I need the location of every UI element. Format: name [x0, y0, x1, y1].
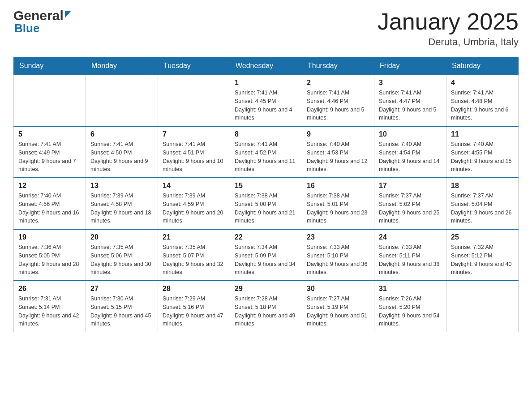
- calendar-cell: 6Sunrise: 7:41 AM Sunset: 4:50 PM Daylig…: [86, 126, 158, 178]
- day-info: Sunrise: 7:40 AM Sunset: 4:54 PM Dayligh…: [379, 140, 442, 174]
- calendar-cell: 31Sunrise: 7:26 AM Sunset: 5:20 PM Dayli…: [374, 281, 446, 332]
- day-number: 15: [235, 182, 297, 190]
- day-info: Sunrise: 7:40 AM Sunset: 4:56 PM Dayligh…: [18, 192, 81, 225]
- day-info: Sunrise: 7:37 AM Sunset: 5:02 PM Dayligh…: [379, 192, 442, 225]
- day-info: Sunrise: 7:38 AM Sunset: 5:01 PM Dayligh…: [307, 192, 369, 225]
- page-header: General Blue January 2025 Deruta, Umbria…: [13, 9, 519, 48]
- day-number: 6: [90, 130, 153, 138]
- calendar-cell: 13Sunrise: 7:39 AM Sunset: 4:58 PM Dayli…: [86, 178, 158, 229]
- day-number: 16: [307, 182, 369, 190]
- day-info: Sunrise: 7:34 AM Sunset: 5:09 PM Dayligh…: [235, 243, 297, 277]
- day-number: 26: [18, 285, 81, 293]
- day-info: Sunrise: 7:41 AM Sunset: 4:51 PM Dayligh…: [163, 140, 225, 174]
- calendar-table: SundayMondayTuesdayWednesdayThursdayFrid…: [13, 57, 519, 332]
- calendar-week-row-4: 19Sunrise: 7:36 AM Sunset: 5:05 PM Dayli…: [14, 229, 519, 281]
- day-info: Sunrise: 7:41 AM Sunset: 4:50 PM Dayligh…: [90, 140, 153, 174]
- day-number: 12: [18, 182, 81, 190]
- day-info: Sunrise: 7:39 AM Sunset: 4:58 PM Dayligh…: [90, 192, 153, 225]
- calendar-cell: 23Sunrise: 7:33 AM Sunset: 5:10 PM Dayli…: [302, 229, 374, 281]
- weekday-header-friday: Friday: [374, 57, 446, 75]
- day-number: 8: [235, 130, 297, 138]
- day-info: Sunrise: 7:38 AM Sunset: 5:00 PM Dayligh…: [235, 192, 297, 225]
- weekday-header-sunday: Sunday: [14, 57, 86, 75]
- calendar-cell: 25Sunrise: 7:32 AM Sunset: 5:12 PM Dayli…: [446, 229, 519, 281]
- weekday-header-monday: Monday: [86, 57, 158, 75]
- calendar-cell: [14, 75, 86, 126]
- calendar-cell: 24Sunrise: 7:33 AM Sunset: 5:11 PM Dayli…: [374, 229, 446, 281]
- day-number: 29: [235, 285, 297, 293]
- calendar-week-row-5: 26Sunrise: 7:31 AM Sunset: 5:14 PM Dayli…: [14, 281, 519, 332]
- day-info: Sunrise: 7:35 AM Sunset: 5:07 PM Dayligh…: [163, 243, 225, 277]
- day-info: Sunrise: 7:27 AM Sunset: 5:19 PM Dayligh…: [307, 295, 369, 328]
- day-info: Sunrise: 7:37 AM Sunset: 5:04 PM Dayligh…: [451, 192, 514, 225]
- month-title: January 2025: [378, 9, 519, 34]
- weekday-header-row: SundayMondayTuesdayWednesdayThursdayFrid…: [14, 57, 519, 75]
- day-number: 3: [379, 79, 442, 87]
- day-info: Sunrise: 7:41 AM Sunset: 4:45 PM Dayligh…: [235, 89, 297, 122]
- calendar-week-row-1: 1Sunrise: 7:41 AM Sunset: 4:45 PM Daylig…: [14, 75, 519, 126]
- day-number: 14: [163, 182, 225, 190]
- title-area: January 2025 Deruta, Umbria, Italy: [378, 9, 519, 48]
- calendar-cell: [86, 75, 158, 126]
- day-number: 23: [307, 233, 369, 241]
- weekday-header-thursday: Thursday: [302, 57, 374, 75]
- weekday-header-saturday: Saturday: [446, 57, 519, 75]
- day-info: Sunrise: 7:41 AM Sunset: 4:46 PM Dayligh…: [307, 89, 369, 122]
- calendar-week-row-2: 5Sunrise: 7:41 AM Sunset: 4:49 PM Daylig…: [14, 126, 519, 178]
- calendar-cell: 8Sunrise: 7:41 AM Sunset: 4:52 PM Daylig…: [230, 126, 302, 178]
- calendar-cell: 11Sunrise: 7:40 AM Sunset: 4:55 PM Dayli…: [446, 126, 519, 178]
- calendar-cell: 16Sunrise: 7:38 AM Sunset: 5:01 PM Dayli…: [302, 178, 374, 229]
- day-number: 4: [451, 79, 514, 87]
- day-number: 9: [307, 130, 369, 138]
- day-info: Sunrise: 7:36 AM Sunset: 5:05 PM Dayligh…: [18, 243, 81, 277]
- location-subtitle: Deruta, Umbria, Italy: [378, 36, 519, 48]
- day-info: Sunrise: 7:26 AM Sunset: 5:20 PM Dayligh…: [379, 295, 442, 328]
- calendar-cell: 30Sunrise: 7:27 AM Sunset: 5:19 PM Dayli…: [302, 281, 374, 332]
- calendar-cell: 2Sunrise: 7:41 AM Sunset: 4:46 PM Daylig…: [302, 75, 374, 126]
- day-number: 19: [18, 233, 81, 241]
- weekday-header-tuesday: Tuesday: [158, 57, 230, 75]
- day-number: 11: [451, 130, 514, 138]
- day-number: 17: [379, 182, 442, 190]
- day-number: 10: [379, 130, 442, 138]
- day-number: 28: [163, 285, 225, 293]
- calendar-cell: 3Sunrise: 7:41 AM Sunset: 4:47 PM Daylig…: [374, 75, 446, 126]
- day-number: 18: [451, 182, 514, 190]
- day-number: 13: [90, 182, 153, 190]
- calendar-cell: 19Sunrise: 7:36 AM Sunset: 5:05 PM Dayli…: [14, 229, 86, 281]
- day-info: Sunrise: 7:39 AM Sunset: 4:59 PM Dayligh…: [163, 192, 225, 225]
- calendar-cell: 18Sunrise: 7:37 AM Sunset: 5:04 PM Dayli…: [446, 178, 519, 229]
- calendar-cell: 27Sunrise: 7:30 AM Sunset: 5:15 PM Dayli…: [86, 281, 158, 332]
- day-number: 20: [90, 233, 153, 241]
- day-info: Sunrise: 7:41 AM Sunset: 4:47 PM Dayligh…: [379, 89, 442, 122]
- calendar-cell: 29Sunrise: 7:28 AM Sunset: 5:18 PM Dayli…: [230, 281, 302, 332]
- day-number: 30: [307, 285, 369, 293]
- day-info: Sunrise: 7:35 AM Sunset: 5:06 PM Dayligh…: [90, 243, 153, 277]
- calendar-cell: 28Sunrise: 7:29 AM Sunset: 5:16 PM Dayli…: [158, 281, 230, 332]
- calendar-cell: 9Sunrise: 7:40 AM Sunset: 4:53 PM Daylig…: [302, 126, 374, 178]
- day-number: 24: [379, 233, 442, 241]
- day-number: 25: [451, 233, 514, 241]
- calendar-cell: 20Sunrise: 7:35 AM Sunset: 5:06 PM Dayli…: [86, 229, 158, 281]
- day-number: 2: [307, 79, 369, 87]
- day-info: Sunrise: 7:33 AM Sunset: 5:10 PM Dayligh…: [307, 243, 369, 277]
- calendar-cell: 22Sunrise: 7:34 AM Sunset: 5:09 PM Dayli…: [230, 229, 302, 281]
- day-number: 31: [379, 285, 442, 293]
- logo-blue-text: Blue: [14, 21, 71, 35]
- day-info: Sunrise: 7:40 AM Sunset: 4:55 PM Dayligh…: [451, 140, 514, 174]
- calendar-cell: 7Sunrise: 7:41 AM Sunset: 4:51 PM Daylig…: [158, 126, 230, 178]
- day-number: 1: [235, 79, 297, 87]
- day-number: 7: [163, 130, 225, 138]
- day-info: Sunrise: 7:29 AM Sunset: 5:16 PM Dayligh…: [163, 295, 225, 328]
- day-number: 22: [235, 233, 297, 241]
- weekday-header-wednesday: Wednesday: [230, 57, 302, 75]
- calendar-cell: 17Sunrise: 7:37 AM Sunset: 5:02 PM Dayli…: [374, 178, 446, 229]
- day-info: Sunrise: 7:30 AM Sunset: 5:15 PM Dayligh…: [90, 295, 153, 328]
- logo-triangle-icon: [65, 11, 71, 18]
- calendar-cell: 12Sunrise: 7:40 AM Sunset: 4:56 PM Dayli…: [14, 178, 86, 229]
- calendar-cell: [158, 75, 230, 126]
- day-info: Sunrise: 7:28 AM Sunset: 5:18 PM Dayligh…: [235, 295, 297, 328]
- day-info: Sunrise: 7:31 AM Sunset: 5:14 PM Dayligh…: [18, 295, 81, 328]
- day-info: Sunrise: 7:33 AM Sunset: 5:11 PM Dayligh…: [379, 243, 442, 277]
- day-number: 27: [90, 285, 153, 293]
